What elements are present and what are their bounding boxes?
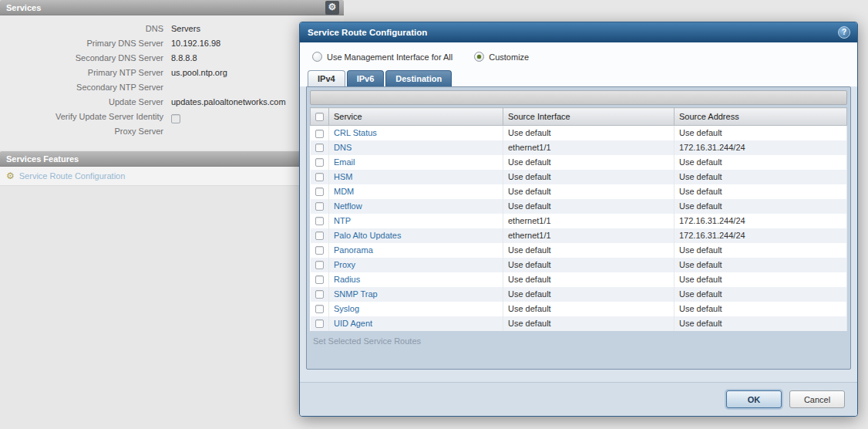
tab-ipv4[interactable]: IPv4 [308, 70, 345, 86]
settings-field-row: Primary NTP Serverus.pool.ntp.org [0, 66, 344, 80]
service-route-row[interactable]: UID AgentUse defaultUse default [311, 316, 847, 331]
service-route-row[interactable]: RadiusUse defaultUse default [311, 272, 847, 287]
row-checkbox[interactable] [315, 246, 324, 255]
row-checkbox[interactable] [315, 290, 324, 299]
service-link[interactable]: Radius [334, 275, 360, 284]
service-route-row[interactable]: SNMP TrapUse defaultUse default [311, 287, 847, 302]
cancel-button[interactable]: Cancel [789, 390, 845, 408]
radio-icon[interactable] [474, 52, 484, 62]
source-interface-value: Use default [503, 170, 675, 184]
service-link[interactable]: Email [334, 157, 355, 167]
settings-field-row: Proxy Server [0, 124, 344, 139]
row-checkbox[interactable] [315, 158, 324, 167]
row-checkbox[interactable] [315, 187, 324, 196]
table-header-row: Service Source Interface Source Address [311, 108, 847, 126]
row-checkbox[interactable] [315, 231, 324, 240]
service-route-row[interactable]: PanoramaUse defaultUse default [311, 243, 847, 258]
field-label: Secondary DNS Server [0, 51, 171, 66]
service-route-row[interactable]: DNSethernet1/1172.16.31.244/24 [311, 140, 847, 155]
source-address-value: Use default [675, 126, 847, 140]
service-route-mode-radios: Use Management Interface for AllCustomiz… [306, 50, 851, 70]
dialog-footer: OK Cancel [300, 382, 857, 416]
tab-destination[interactable]: Destination [385, 70, 452, 86]
service-route-config-icon: ⚙ [6, 171, 15, 181]
service-link[interactable]: DNS [334, 143, 352, 152]
service-route-row[interactable]: MDMUse defaultUse default [311, 184, 847, 199]
settings-field-row: DNSServers [0, 22, 344, 36]
service-route-config-row[interactable]: ⚙ Service Route Configuration [0, 167, 344, 186]
services-panel: Services ⚙ DNSServersPrimary DNS Server1… [0, 0, 344, 186]
column-header-service[interactable]: Service [329, 108, 503, 126]
service-link[interactable]: Palo Alto Updates [334, 231, 401, 240]
column-header-source-address[interactable]: Source Address [675, 108, 847, 126]
service-route-row[interactable]: NTPethernet1/1172.16.31.244/24 [311, 214, 847, 228]
service-link[interactable]: Proxy [334, 260, 355, 269]
gear-icon[interactable]: ⚙ [325, 1, 339, 15]
dialog-titlebar: Service Route Configuration ? [300, 22, 857, 42]
source-address-value: Use default [675, 272, 847, 287]
service-link[interactable]: UID Agent [334, 319, 372, 328]
row-checkbox[interactable] [315, 275, 324, 284]
service-route-row[interactable]: EmailUse defaultUse default [311, 155, 847, 170]
row-checkbox[interactable] [315, 305, 324, 313]
service-routes-table-body: CRL StatusUse defaultUse defaultDNSether… [311, 126, 847, 331]
radio-label: Use Management Interface for All [327, 52, 453, 62]
field-value: us.pool.ntp.org [171, 66, 227, 80]
service-route-config-link[interactable]: Service Route Configuration [19, 171, 126, 181]
service-link[interactable]: CRL Status [334, 128, 377, 137]
source-interface-value: Use default [503, 199, 675, 214]
source-address-value: Use default [675, 302, 847, 316]
column-header-source-interface[interactable]: Source Interface [503, 108, 675, 126]
field-value [171, 110, 180, 124]
service-link[interactable]: Panorama [334, 245, 373, 255]
service-link[interactable]: NTP [334, 216, 351, 225]
row-checkbox[interactable] [315, 202, 324, 211]
field-value: 8.8.8.8 [171, 51, 197, 66]
service-route-row[interactable]: SyslogUse defaultUse default [311, 302, 847, 316]
dialog-tabs: IPv4IPv6Destination [306, 70, 851, 86]
service-link[interactable]: Syslog [334, 304, 359, 313]
service-link[interactable]: MDM [334, 187, 354, 196]
service-route-row[interactable]: ProxyUse defaultUse default [311, 258, 847, 272]
service-link[interactable]: SNMP Trap [334, 289, 378, 299]
help-icon[interactable]: ? [838, 26, 850, 39]
source-address-value: Use default [675, 155, 847, 170]
field-value: Servers [171, 22, 200, 36]
row-checkbox[interactable] [315, 144, 324, 152]
radio-customize[interactable]: Customize [474, 52, 529, 62]
verify-update-server-checkbox[interactable] [171, 114, 180, 123]
row-checkbox[interactable] [315, 173, 324, 181]
source-address-value: 172.16.31.244/24 [675, 214, 847, 228]
radio-label: Customize [489, 52, 529, 62]
features-panel-header: Services Features [0, 151, 344, 167]
settings-field-row: Secondary DNS Server8.8.8.8 [0, 51, 344, 66]
select-all-checkbox[interactable] [315, 113, 324, 121]
field-label: DNS [0, 22, 171, 36]
radio-use-management-interface[interactable]: Use Management Interface for All [312, 52, 453, 62]
source-address-value: Use default [675, 316, 847, 331]
select-all-header [311, 108, 329, 126]
source-interface-value: Use default [503, 302, 675, 316]
row-checkbox[interactable] [315, 217, 324, 225]
service-routes-table: Service Source Interface Source Address … [310, 107, 847, 331]
source-address-value: Use default [675, 170, 847, 184]
set-selected-service-routes-button[interactable]: Set Selected Service Routes [310, 331, 847, 347]
service-route-row[interactable]: HSMUse defaultUse default [311, 170, 847, 184]
source-interface-value: Use default [503, 155, 675, 170]
row-checkbox[interactable] [315, 319, 324, 328]
source-address-value: Use default [675, 258, 847, 272]
service-route-row[interactable]: NetflowUse defaultUse default [311, 199, 847, 214]
row-checkbox[interactable] [315, 261, 324, 269]
service-route-row[interactable]: CRL StatusUse defaultUse default [311, 126, 847, 140]
tab-ipv6[interactable]: IPv6 [347, 70, 385, 86]
service-link[interactable]: HSM [334, 172, 352, 181]
settings-field-row: Verify Update Server Identity [0, 110, 344, 124]
row-checkbox[interactable] [315, 130, 324, 138]
settings-field-row: Update Serverupdates.paloaltonetworks.co… [0, 95, 344, 110]
service-route-row[interactable]: Palo Alto Updatesethernet1/1172.16.31.24… [311, 228, 847, 243]
radio-icon[interactable] [312, 52, 322, 62]
field-label: Proxy Server [0, 124, 171, 139]
source-interface-value: Use default [503, 126, 675, 140]
ok-button[interactable]: OK [726, 390, 782, 408]
service-link[interactable]: Netflow [334, 201, 362, 211]
